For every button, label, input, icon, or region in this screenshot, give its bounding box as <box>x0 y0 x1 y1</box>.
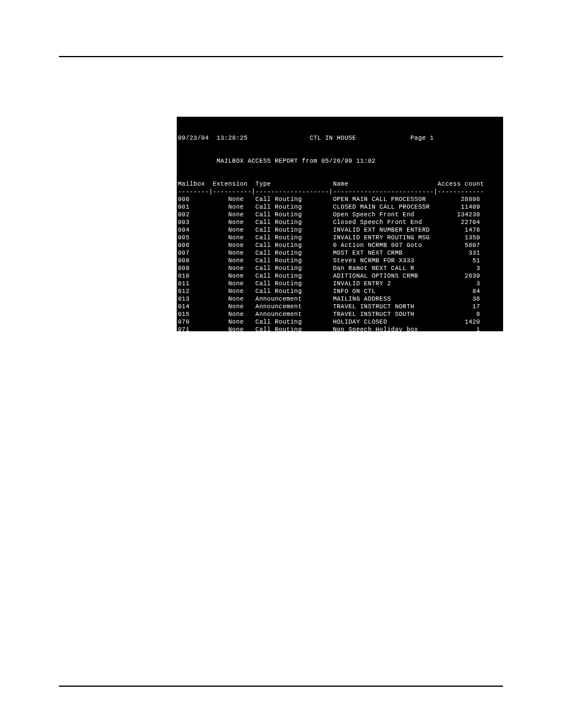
terminal-text: 09/23/04 13:28:25 CTL IN HOUSE Page 1 MA… <box>177 132 503 331</box>
top-horizontal-rule <box>59 56 503 57</box>
terminal-screenshot: 09/23/04 13:28:25 CTL IN HOUSE Page 1 MA… <box>177 117 503 331</box>
document-page: 09/23/04 13:28:25 CTL IN HOUSE Page 1 MA… <box>0 0 562 728</box>
bottom-horizontal-rule <box>59 686 503 687</box>
